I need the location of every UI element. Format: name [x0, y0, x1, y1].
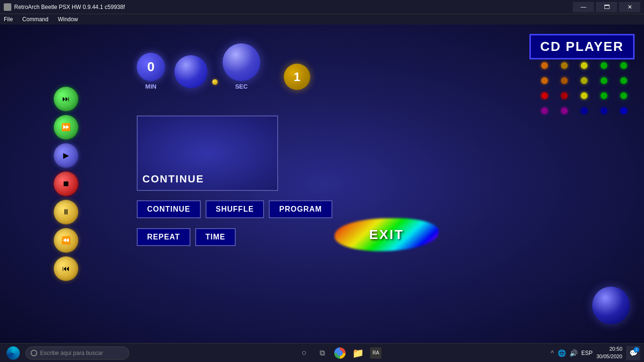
app-icon	[4, 3, 11, 11]
skip-forward-icon: ⏭	[62, 95, 70, 103]
exit-area: EXIT	[335, 218, 438, 251]
time-button[interactable]: TIME	[195, 228, 236, 246]
left-sidebar: ⏭ ⏩ ▶ ⏹ ⏸ ⏪ ⏮	[0, 25, 132, 343]
sec-ball	[223, 43, 260, 81]
titlebar: RetroArch Beetle PSX HW 0.9.44.1 c59938f…	[0, 0, 644, 14]
stop-icon: ⏹	[62, 180, 70, 188]
exit-splat: EXIT	[335, 218, 438, 251]
menu-window[interactable]: Window	[56, 15, 80, 24]
menubar: File Command Window	[0, 14, 644, 25]
track-dot	[581, 62, 587, 69]
track-dot	[620, 92, 627, 99]
track-dot	[561, 107, 568, 114]
start-icon	[7, 346, 20, 360]
track-dot	[581, 77, 587, 84]
date-display: 30/05/2020	[596, 353, 622, 360]
display-box: CONTINUE	[137, 115, 278, 191]
track-grid	[541, 62, 635, 114]
start-button[interactable]	[4, 346, 23, 361]
titlebar-controls: — 🗖 ✕	[573, 2, 640, 12]
minutes-display: 0	[137, 53, 165, 81]
time-display-taskbar: 20:50	[596, 346, 622, 353]
track-dot	[620, 107, 627, 114]
buttons-row2: REPEAT TIME EXIT	[137, 223, 438, 251]
time-display: 0 MIN SEC	[137, 43, 260, 92]
pause-button[interactable]: ⏸	[54, 200, 78, 224]
min-ball	[174, 55, 207, 88]
right-content: CD PLAYER 0 MIN SEC	[132, 25, 644, 343]
skip-back-icon: ⏮	[62, 265, 70, 272]
play-icon: ▶	[63, 152, 69, 159]
chevron-up-icon[interactable]: ^	[551, 349, 554, 357]
cortana-icon[interactable]: ○	[297, 346, 311, 360]
window-title: RetroArch Beetle PSX HW 0.9.44.1 c59938f	[14, 4, 125, 10]
network-icon[interactable]: 🌐	[558, 349, 566, 357]
track-dot	[541, 77, 548, 84]
main-area: ⏭ ⏩ ▶ ⏹ ⏸ ⏪ ⏮ CD PLAYER	[0, 25, 644, 343]
search-icon	[31, 350, 37, 356]
taskbar-right: ^ 🌐 🔊 ESP 20:50 30/05/2020 💬 2	[551, 346, 640, 360]
track-dot	[601, 62, 607, 69]
taskbar: Escribe aquí para buscar ○ ⧉ 📁 RA ^ 🌐 🔊 …	[0, 343, 644, 362]
sec-label: SEC	[235, 83, 248, 90]
stop-button[interactable]: ⏹	[54, 172, 78, 196]
program-button[interactable]: PROGRAM	[269, 200, 332, 218]
track-dot	[620, 77, 627, 84]
chrome-icon	[334, 347, 346, 359]
track-dot	[601, 107, 607, 114]
large-ball-decoration	[592, 287, 630, 324]
pause-icon: ⏸	[62, 208, 70, 216]
cd-player-title-box: CD PLAYER	[529, 34, 635, 59]
titlebar-left: RetroArch Beetle PSX HW 0.9.44.1 c59938f	[4, 3, 125, 11]
track-dot	[601, 77, 607, 84]
menu-command[interactable]: Command	[20, 15, 50, 24]
track-dot	[541, 62, 548, 69]
chrome-inner	[337, 350, 343, 356]
clock: 20:50 30/05/2020	[596, 346, 622, 360]
close-button[interactable]: ✕	[619, 2, 640, 12]
continue-button[interactable]: CONTINUE	[137, 200, 201, 218]
maximize-button[interactable]: 🗖	[596, 2, 617, 12]
track-dot	[561, 77, 568, 84]
retroarch-taskbar-icon[interactable]: RA	[369, 346, 383, 360]
fast-forward-button[interactable]: ⏩	[54, 115, 78, 140]
exit-button[interactable]: EXIT	[369, 227, 404, 242]
time-separator	[212, 79, 218, 85]
retro-icon: RA	[370, 347, 381, 359]
fast-forward-icon: ⏩	[61, 123, 71, 131]
task-view-icon[interactable]: ⧉	[315, 346, 329, 360]
track-dot	[541, 107, 548, 114]
buttons-row1: CONTINUE SHUFFLE PROGRAM	[137, 200, 635, 218]
search-bar[interactable]: Escribe aquí para buscar	[25, 346, 129, 360]
notification-badge: 2	[634, 347, 639, 353]
display-text: CONTINUE	[142, 173, 204, 185]
rewind-button[interactable]: ⏪	[54, 228, 78, 253]
track-dot	[620, 62, 627, 69]
rewind-icon: ⏪	[61, 237, 71, 244]
shuffle-button[interactable]: SHUFFLE	[206, 200, 264, 218]
track-dot	[561, 62, 568, 69]
menu-file[interactable]: File	[2, 15, 15, 24]
skip-forward-button[interactable]: ⏭	[54, 87, 78, 111]
file-explorer-icon[interactable]: 📁	[351, 346, 365, 360]
track-dot	[601, 92, 607, 99]
folder-icon: 📁	[352, 347, 364, 359]
cd-player-title: CD PLAYER	[540, 39, 624, 54]
chrome-taskbar-icon[interactable]	[333, 346, 347, 360]
search-placeholder: Escribe aquí para buscar	[40, 350, 103, 356]
taskbar-left: Escribe aquí para buscar	[4, 346, 129, 361]
minimize-button[interactable]: —	[573, 2, 594, 12]
track-dot	[581, 107, 587, 114]
min-label: MIN	[145, 83, 157, 90]
track-dot	[561, 92, 568, 99]
language-indicator: ESP	[581, 350, 593, 356]
notification-button[interactable]: 💬 2	[626, 346, 640, 360]
taskbar-center: ○ ⧉ 📁 RA	[297, 346, 383, 360]
repeat-button[interactable]: REPEAT	[137, 228, 190, 246]
skip-back-button[interactable]: ⏮	[54, 256, 78, 281]
play-button[interactable]: ▶	[54, 143, 78, 168]
track-number: 1	[284, 64, 310, 90]
track-dot	[541, 92, 548, 99]
volume-icon[interactable]: 🔊	[570, 349, 578, 357]
track-dot	[581, 92, 587, 99]
